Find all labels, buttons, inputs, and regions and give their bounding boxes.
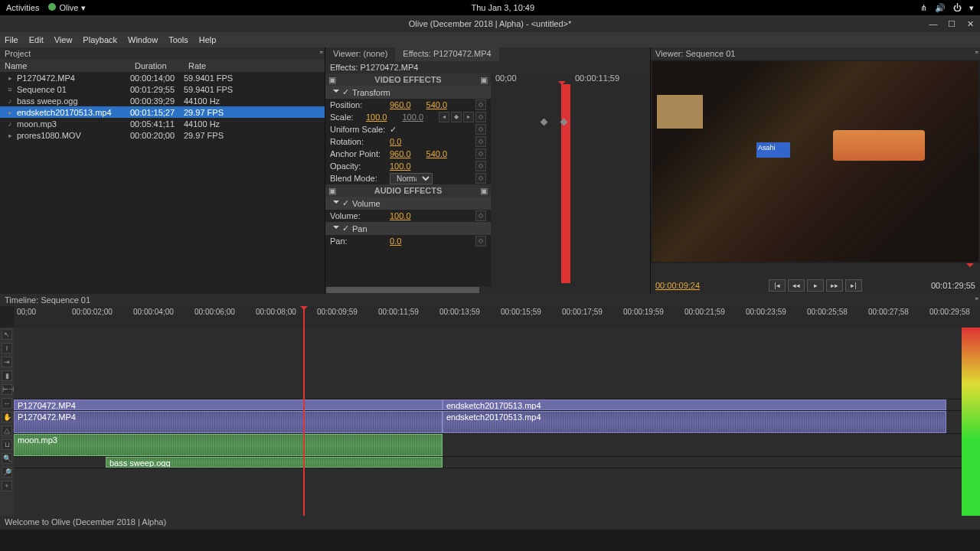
keyframe-button[interactable]: ◇ bbox=[475, 236, 486, 246]
audio-track-1[interactable]: P1270472.MP4 endsketch20170513.mp4 bbox=[14, 411, 980, 434]
app-menu[interactable]: Olive ▾ bbox=[48, 3, 85, 13]
tab-effects[interactable]: Effects: P1270472.MP4 bbox=[395, 47, 498, 61]
video-track-1[interactable]: P1270472.MP4 endsketch20170513.mp4 bbox=[14, 399, 980, 411]
volume-value[interactable]: 100.0 bbox=[390, 211, 411, 220]
slide-tool[interactable]: ↔ bbox=[2, 398, 12, 409]
position-x[interactable]: 960.0 bbox=[390, 100, 411, 109]
scale-x[interactable]: 100.0 bbox=[366, 112, 387, 122]
timeline-title[interactable]: Timeline: Sequence 01▫▫ bbox=[0, 294, 980, 306]
viewer-timecode[interactable]: 00:00:09;24 bbox=[655, 281, 700, 290]
col-rate[interactable]: Rate bbox=[184, 60, 260, 72]
project-row[interactable]: ▸prores1080.MOV00:00:20;0029.97 FPS bbox=[0, 129, 325, 141]
volume-icon[interactable]: 🔊 bbox=[935, 3, 946, 13]
prev-keyframe-button[interactable]: ◂ bbox=[439, 112, 449, 122]
panel-undock-icon[interactable]: ▫▫ bbox=[975, 295, 977, 302]
menu-playback[interactable]: Playback bbox=[83, 35, 117, 44]
network-icon[interactable]: ⋔ bbox=[920, 3, 927, 13]
transition-tool[interactable]: ⧋ bbox=[2, 425, 12, 436]
edit-tool[interactable]: I bbox=[2, 343, 12, 354]
hand-tool[interactable]: ✋ bbox=[2, 412, 12, 422]
clock[interactable]: Thu Jan 3, 10:49 bbox=[86, 3, 920, 12]
clip-video[interactable]: P1270472.MP4 bbox=[14, 399, 443, 410]
rewind-button[interactable]: ◂◂ bbox=[788, 279, 805, 292]
video-effects-header[interactable]: ▣VIDEO EFFECTS▣ bbox=[325, 73, 491, 86]
menu-caret-icon[interactable]: ▾ bbox=[969, 3, 974, 13]
project-panel-title[interactable]: Project▫▫ bbox=[0, 47, 325, 60]
effects-keyframe-area[interactable]: 00;00 00:00:11;59 bbox=[491, 73, 650, 294]
timeline-ruler[interactable]: 00;00 00:00:02;00 00:00:04;00 00:00:06;0… bbox=[14, 306, 980, 328]
fastfwd-button[interactable]: ▸▸ bbox=[826, 279, 843, 292]
maximize-button[interactable]: ☐ bbox=[946, 19, 957, 29]
ripple-tool[interactable]: ⇥ bbox=[2, 357, 12, 367]
pan-value[interactable]: 0.0 bbox=[390, 236, 401, 246]
effect-enable-checkbox[interactable]: ✓ bbox=[342, 223, 349, 233]
keyframe-button[interactable]: ◇ bbox=[475, 173, 486, 184]
keyframe-toggle-button[interactable]: ◇ bbox=[475, 112, 486, 122]
collapse-icon[interactable]: ▣ bbox=[328, 75, 336, 85]
snap-toggle[interactable]: ⊔ bbox=[2, 439, 12, 450]
project-row[interactable]: ▸P1270472.MP400:00:14;0059.9401 FPS bbox=[0, 72, 325, 83]
go-end-button[interactable]: ▸| bbox=[845, 279, 862, 292]
timeline-playhead[interactable] bbox=[303, 306, 305, 516]
keyframe-button[interactable]: ◇ bbox=[475, 210, 486, 221]
keyframe-diamond[interactable] bbox=[541, 119, 548, 126]
keyframe-button[interactable]: ◇ bbox=[475, 148, 486, 159]
audio-effects-header[interactable]: ▣AUDIO EFFECTS▣ bbox=[325, 184, 491, 197]
panel-undock-icon[interactable]: ▫▫ bbox=[975, 48, 977, 56]
audio-track-2[interactable]: moon.mp3 bbox=[14, 434, 980, 457]
col-name[interactable]: Name bbox=[0, 60, 130, 72]
viewer-title[interactable]: Viewer: Sequence 01▫▫ bbox=[651, 47, 980, 60]
project-columns-header[interactable]: Name Duration Rate bbox=[0, 60, 325, 72]
next-keyframe-button[interactable]: ▸ bbox=[463, 112, 474, 122]
pointer-tool[interactable]: ↖ bbox=[2, 329, 12, 340]
transform-group[interactable]: ✓Transform bbox=[325, 86, 491, 99]
effect-enable-checkbox[interactable]: ✓ bbox=[342, 87, 349, 97]
zoom-out-tool[interactable]: 🔎 bbox=[2, 467, 12, 478]
rotation-value[interactable]: 0.0 bbox=[390, 137, 401, 146]
volume-group[interactable]: ✓Volume bbox=[325, 197, 491, 210]
uniform-scale-checkbox[interactable]: ✓ bbox=[390, 125, 397, 135]
project-row[interactable]: ♪moon.mp300:05:41;1144100 Hz bbox=[0, 118, 325, 129]
menu-edit[interactable]: Edit bbox=[29, 35, 44, 44]
close-button[interactable]: ✕ bbox=[965, 19, 975, 29]
scale-y[interactable]: 100.0 bbox=[402, 112, 423, 122]
audio-track-3[interactable]: bass sweep.ogg bbox=[14, 457, 980, 468]
clip-audio[interactable]: P1270472.MP4 bbox=[14, 411, 443, 433]
col-duration[interactable]: Duration bbox=[130, 60, 184, 72]
clip-audio[interactable]: bass sweep.ogg bbox=[106, 457, 443, 468]
zoom-in-tool[interactable]: 🔍 bbox=[2, 453, 12, 464]
menu-window[interactable]: Window bbox=[128, 35, 158, 44]
effects-playhead[interactable] bbox=[561, 84, 570, 283]
opacity-value[interactable]: 100.0 bbox=[390, 161, 411, 171]
record-button[interactable]: + bbox=[2, 481, 12, 491]
anchor-x[interactable]: 960.0 bbox=[390, 149, 411, 158]
add-keyframe-button[interactable]: ◆ bbox=[451, 112, 462, 122]
slip-tool[interactable]: ⊢⊣ bbox=[2, 384, 12, 395]
project-list[interactable]: ▸P1270472.MP400:00:14;0059.9401 FPS ≡Seq… bbox=[0, 72, 325, 294]
menu-tools[interactable]: Tools bbox=[168, 35, 188, 44]
razor-tool[interactable]: ▮ bbox=[2, 370, 12, 381]
menu-file[interactable]: File bbox=[5, 35, 18, 44]
collapse-icon[interactable]: ▣ bbox=[328, 186, 336, 196]
keyframe-button[interactable]: ◇ bbox=[475, 99, 486, 110]
add-effect-icon[interactable]: ▣ bbox=[480, 75, 488, 85]
clip-audio[interactable]: moon.mp3 bbox=[14, 434, 443, 456]
effect-enable-checkbox[interactable]: ✓ bbox=[342, 198, 349, 208]
menu-help[interactable]: Help bbox=[199, 35, 217, 44]
timeline-tracks[interactable]: P1270472.MP4 endsketch20170513.mp4 P1270… bbox=[14, 328, 980, 516]
minimize-button[interactable]: — bbox=[928, 19, 939, 29]
keyframe-button[interactable]: ◇ bbox=[475, 124, 486, 135]
viewer-ruler[interactable] bbox=[651, 263, 980, 277]
panel-undock-icon[interactable]: ▫▫ bbox=[320, 48, 322, 56]
play-button[interactable]: ▸ bbox=[807, 279, 824, 292]
menu-view[interactable]: View bbox=[54, 35, 73, 44]
project-row[interactable]: ▸endsketch20170513.mp400:01:15;2729.97 F… bbox=[0, 106, 325, 118]
window-titlebar[interactable]: Olive (December 2018 | Alpha) - <untitle… bbox=[0, 15, 980, 32]
keyframe-button[interactable]: ◇ bbox=[475, 136, 486, 147]
position-y[interactable]: 540.0 bbox=[426, 100, 448, 109]
anchor-y[interactable]: 540.0 bbox=[426, 149, 448, 158]
tab-viewer-none[interactable]: Viewer: (none) bbox=[325, 47, 395, 61]
effects-scrollbar[interactable] bbox=[325, 286, 650, 294]
activities-button[interactable]: Activities bbox=[6, 3, 39, 12]
viewer-preview[interactable]: Asahi bbox=[652, 61, 978, 262]
